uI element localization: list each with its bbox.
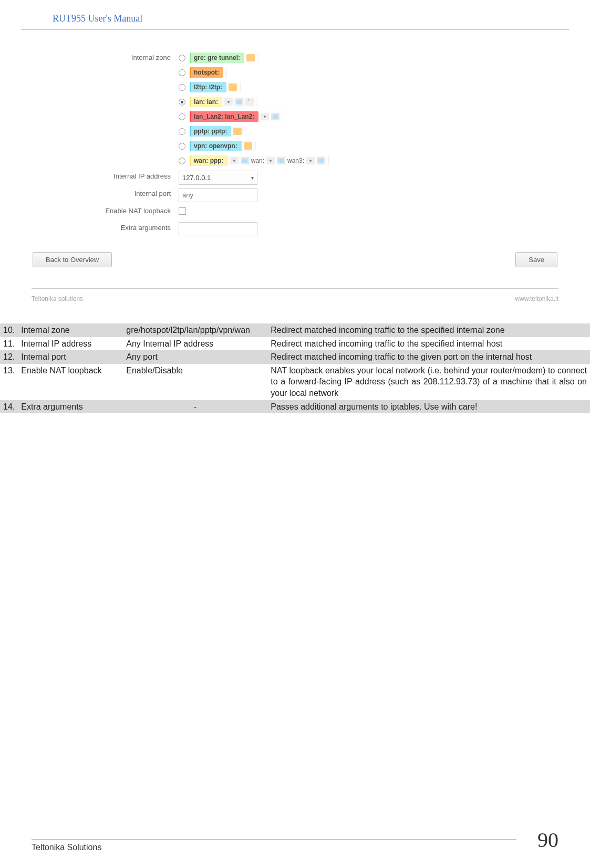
nat-loopback-checkbox[interactable] <box>179 207 186 215</box>
table-row: 11.Internal IP addressAny Internal IP ad… <box>0 337 590 351</box>
zone-option-gre[interactable]: gre: gre tunnel: <box>179 51 329 65</box>
host-icon <box>266 157 275 164</box>
zone-radio[interactable] <box>179 84 185 91</box>
page-number: 90 <box>537 828 558 852</box>
screenshot-divider <box>32 288 558 289</box>
zone-tag: lan: lan: <box>190 97 222 107</box>
zone-radio[interactable] <box>179 99 185 106</box>
table-row: 14.Extra arguments-Passes additional arg… <box>0 400 590 414</box>
internal-ip-value: 127.0.0.1 <box>182 174 211 182</box>
row-internal-port: Internal port <box>32 187 558 202</box>
label-extra-args: Extra arguments <box>32 221 179 232</box>
page-header: RUT955 User's Manual <box>21 13 569 30</box>
zone-option-hotspot[interactable]: hotspot: <box>179 66 329 79</box>
settings-screenshot: Internal zone gre: gre tunnel:hotspot:l2… <box>32 51 558 302</box>
zone-tag: lan_Lan2: lan_Lan2: <box>190 111 258 122</box>
vpn-icon <box>246 54 255 61</box>
vpn-icon <box>233 128 242 135</box>
ppp-icon <box>317 157 325 164</box>
screenshot-footer-right: www.teltonika.lt <box>515 295 558 302</box>
zone-tag: pptp: pptp: <box>190 126 231 137</box>
footer-left: Teltonika Solutions <box>32 839 516 852</box>
ppp-icon <box>241 157 249 164</box>
label-internal-ip: Internal IP address <box>32 170 179 180</box>
wifi-icon <box>245 98 254 106</box>
label-nat-loopback: Enable NAT loopback <box>32 204 179 215</box>
internal-port-input[interactable] <box>179 188 257 202</box>
row-extra-args: Extra arguments <box>32 221 558 236</box>
zone-option-vpn[interactable]: vpn: openvpn: <box>179 139 329 153</box>
row-internal-zone: Internal zone gre: gre tunnel:hotspot:l2… <box>32 51 558 168</box>
save-button[interactable]: Save <box>515 252 557 267</box>
label-internal-zone: Internal zone <box>32 51 179 61</box>
button-row: Back to Overview Save <box>32 252 558 267</box>
host-icon <box>261 113 269 120</box>
screenshot-footer: Teltonika solutions www.teltonika.lt <box>32 295 558 302</box>
row-nat-loopback: Enable NAT loopback <box>32 204 558 219</box>
zone-tag: hotspot: <box>190 67 223 78</box>
extra-args-input[interactable] <box>179 222 257 236</box>
row-internal-ip: Internal IP address 127.0.0.1 <box>32 170 558 185</box>
host-icon <box>230 157 239 164</box>
zone-radio[interactable] <box>179 69 185 76</box>
table-row: 13.Enable NAT loopbackEnable/DisableNAT … <box>0 364 590 400</box>
host-icon <box>306 157 315 164</box>
zone-tag: l2tp: l2tp: <box>190 82 226 92</box>
zone-option-lan[interactable]: lan: lan: <box>179 95 329 109</box>
zone-option-l2tp[interactable]: l2tp: l2tp: <box>179 80 329 94</box>
vpn-icon <box>229 83 237 91</box>
parameters-table: 10.Internal zonegre/hotspot/l2tp/lan/ppt… <box>0 323 590 413</box>
zone-radio[interactable] <box>179 113 185 120</box>
ppp-icon <box>277 157 285 164</box>
host-icon <box>224 98 233 106</box>
zone-radio[interactable] <box>179 128 185 135</box>
back-button[interactable]: Back to Overview <box>33 252 112 267</box>
header-title: RUT955 User's Manual <box>53 13 142 24</box>
zone-tag: gre: gre tunnel: <box>190 53 244 63</box>
zone-option-pptp[interactable]: pptp: pptp: <box>179 124 329 138</box>
zone-tag: vpn: openvpn: <box>190 141 242 151</box>
internal-zone-options: gre: gre tunnel:hotspot:l2tp: l2tp:lan: … <box>179 51 329 168</box>
page-footer: Teltonika Solutions 90 <box>0 828 590 852</box>
zone-tag: wan: ppp: <box>190 155 228 166</box>
ppp-icon <box>271 113 280 120</box>
zone-radio[interactable] <box>179 55 185 61</box>
zone-radio[interactable] <box>179 143 185 150</box>
ppp-icon <box>235 98 243 106</box>
internal-ip-select[interactable]: 127.0.0.1 <box>179 171 257 185</box>
table-row: 10.Internal zonegre/hotspot/l2tp/lan/ppt… <box>0 323 590 337</box>
table-row: 12.Internal portAny portRedirect matched… <box>0 350 590 364</box>
zone-option-lan2[interactable]: lan_Lan2: lan_Lan2: <box>179 110 329 123</box>
label-internal-port: Internal port <box>32 187 179 197</box>
zone-radio[interactable] <box>179 158 185 164</box>
screenshot-footer-left: Teltonika solutions <box>32 295 83 302</box>
zone-option-wan[interactable]: wan: ppp: wan: wan3: <box>179 154 329 168</box>
vpn-icon <box>244 142 252 150</box>
